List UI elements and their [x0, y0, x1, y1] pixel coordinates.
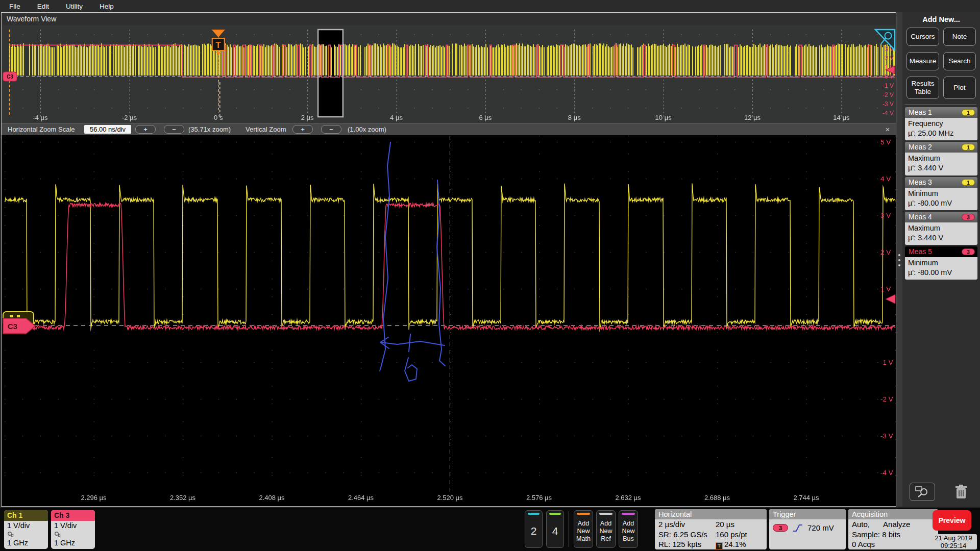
- datetime-display: 21 Aug 2019 09:25:14: [930, 534, 977, 549]
- channel-bandwidth: 1 GHz: [7, 539, 45, 547]
- source-channel-badge: 1: [962, 109, 975, 116]
- measurement-mean: µ': -80.00 mV: [908, 198, 974, 208]
- zoom-recall-icon: [915, 486, 930, 498]
- measurement-title: Meas 31: [905, 177, 977, 188]
- date-label: 21 Aug 2019: [930, 534, 977, 542]
- hzoom-minus-button[interactable]: −: [164, 125, 184, 134]
- measurement-type: Minimum: [908, 258, 974, 268]
- vzoom-plus-button[interactable]: +: [292, 125, 313, 134]
- hzoom-factor-label: (35.71x zoom): [188, 123, 231, 136]
- measurement-title: Meas 43: [905, 212, 977, 222]
- acquisition-settings-card[interactable]: Acquisition Auto, Analyze Sample: 8 bits…: [848, 509, 938, 549]
- channel-settings: 1 V/div1 GHz: [51, 521, 95, 548]
- acquisition-card-title: Acquisition: [848, 509, 938, 519]
- measurement-title: Meas 11: [905, 107, 977, 118]
- measurement-mean: µ': 3.440 V: [908, 163, 974, 173]
- add-new-search-button[interactable]: Search: [943, 52, 976, 70]
- horizontal-settings-card[interactable]: Horizontal 2 µs/div 20 µs SR: 6.25 GS/s …: [655, 509, 767, 549]
- trigger-source-badge: 3: [773, 524, 788, 532]
- probe-icon: [54, 530, 92, 539]
- menu-item-help[interactable]: Help: [100, 3, 114, 10]
- vzoom-minus-button[interactable]: −: [321, 125, 341, 134]
- acquisition-analyze: Analyze: [883, 519, 910, 530]
- channel-label: Ch 1: [4, 510, 48, 521]
- menu-item-edit[interactable]: Edit: [37, 3, 49, 10]
- acquisition-sample: Sample: 8 bits: [852, 530, 938, 540]
- trigger-card-title: Trigger: [769, 509, 846, 519]
- oscilloscope-app: FileEditUtilityHelp Waveform View Horizo…: [0, 0, 980, 551]
- measurement-values: Maximumµ': 3.440 V: [905, 222, 977, 245]
- bottom-bar-divider: [569, 511, 569, 547]
- measurement-card-meas-3[interactable]: Meas 31Minimumµ': -80.00 mV: [905, 177, 977, 210]
- measurement-title: Meas 53: [905, 246, 977, 257]
- vzoom-factor-label: (1.00x zoom): [348, 123, 386, 136]
- zoom-scale-bar: Horizontal Zoom Scale 56.00 ns/div + − (…: [2, 123, 896, 135]
- measurement-type: Maximum: [908, 154, 974, 163]
- add-new-ref-button[interactable]: AddNewRef: [596, 510, 616, 548]
- results-side-panel: Add New... CursorsNoteMeasureSearchResul…: [902, 12, 980, 507]
- add-new-results-table-button[interactable]: Results Table: [906, 77, 939, 99]
- channel-scale: 1 V/div: [7, 521, 45, 530]
- channel-card-ch-3[interactable]: Ch 31 V/div1 GHz: [51, 510, 95, 549]
- source-channel-badge: 1: [962, 144, 975, 151]
- vertical-zoom-label: Vertical Zoom: [246, 123, 286, 136]
- measurement-mean: µ': -80.00 mV: [908, 268, 974, 278]
- measurement-values: Minimumµ': -80.00 mV: [905, 188, 977, 210]
- trash-icon: [954, 484, 968, 499]
- sample-resolution: 160 ps/pt: [716, 530, 747, 540]
- trigger-position: T24.1%: [716, 539, 746, 549]
- acquisition-mode: Auto,: [852, 519, 870, 530]
- preview-button[interactable]: Preview: [933, 510, 971, 531]
- panel-drag-handle[interactable]: [896, 12, 902, 507]
- measurement-mean: µ': 25.00 MHz: [908, 129, 974, 138]
- record-length: RL: 125 kpts: [658, 539, 716, 549]
- zoom-close-icon[interactable]: ×: [883, 123, 893, 136]
- menu-item-utility[interactable]: Utility: [66, 3, 83, 10]
- channel-2-button[interactable]: 2: [525, 510, 543, 548]
- trigger-settings-card[interactable]: Trigger 3 720 mV: [769, 509, 846, 549]
- trigger-level: 720 mV: [807, 523, 834, 532]
- channel-bandwidth: 1 GHz: [54, 539, 92, 547]
- probe-icon: [7, 530, 45, 539]
- waveform-view-title: Waveform View: [2, 13, 896, 25]
- source-channel-badge: 1: [962, 179, 975, 186]
- acquisition-count: 0 Acqs: [852, 539, 938, 549]
- time-label: 09:25:14: [930, 542, 977, 549]
- add-new-math-button[interactable]: AddNewMath: [574, 510, 593, 548]
- channel-4-button[interactable]: 4: [546, 510, 564, 548]
- add-new-measure-button[interactable]: Measure: [906, 52, 939, 70]
- panel-separator: [905, 104, 976, 105]
- add-new-bus-button[interactable]: AddNewBus: [619, 510, 638, 548]
- main-waveform-canvas[interactable]: [2, 135, 896, 506]
- add-new-plot-button[interactable]: Plot: [943, 77, 976, 99]
- measurement-card-meas-4[interactable]: Meas 43Maximumµ': 3.440 V: [905, 212, 977, 245]
- measurement-values: Maximumµ': 3.440 V: [905, 153, 977, 175]
- waveform-view-panel: Waveform View Horizontal Zoom Scale 56.0…: [1, 12, 896, 507]
- measurement-card-meas-2[interactable]: Meas 21Maximumµ': 3.440 V: [905, 142, 977, 175]
- overview-waveform-canvas[interactable]: [2, 25, 896, 123]
- measurement-list: Meas 11Frequencyµ': 25.00 MHzMeas 21Maxi…: [902, 107, 980, 281]
- measurement-values: Minimumµ': -80.00 mV: [905, 257, 977, 280]
- channel-card-ch-1[interactable]: Ch 11 V/div1 GHz: [4, 510, 48, 549]
- measurement-card-meas-5[interactable]: Meas 53Minimumµ': -80.00 mV: [905, 246, 977, 280]
- channel-scale: 1 V/div: [54, 521, 92, 530]
- hzoom-plus-button[interactable]: +: [135, 125, 156, 134]
- horizontal-zoom-scale-input[interactable]: 56.00 ns/div: [84, 125, 131, 134]
- button-label: AddNewMath: [574, 515, 593, 547]
- settings-bar: Ch 11 V/div1 GHzCh 31 V/div1 GHz 24 AddN…: [0, 508, 980, 551]
- measurement-card-meas-1[interactable]: Meas 11Frequencyµ': 25.00 MHz: [905, 107, 977, 140]
- source-channel-badge: 3: [962, 248, 975, 255]
- horizontal-zoom-scale-label: Horizontal Zoom Scale: [8, 123, 75, 136]
- menu-bar: FileEditUtilityHelp: [0, 0, 980, 12]
- horizontal-card-title: Horizontal: [655, 509, 767, 519]
- add-new-note-button[interactable]: Note: [943, 28, 976, 46]
- source-channel-badge: 3: [962, 214, 975, 220]
- delete-button[interactable]: [950, 482, 972, 502]
- measurement-values: Frequencyµ': 25.00 MHz: [905, 118, 977, 140]
- menu-item-file[interactable]: File: [9, 3, 20, 10]
- measurement-type: Frequency: [908, 119, 974, 129]
- add-new-title: Add New...: [902, 15, 980, 23]
- zoom-recall-button[interactable]: [910, 483, 935, 501]
- button-label: AddNewBus: [619, 515, 638, 547]
- add-new-cursors-button[interactable]: Cursors: [906, 28, 939, 46]
